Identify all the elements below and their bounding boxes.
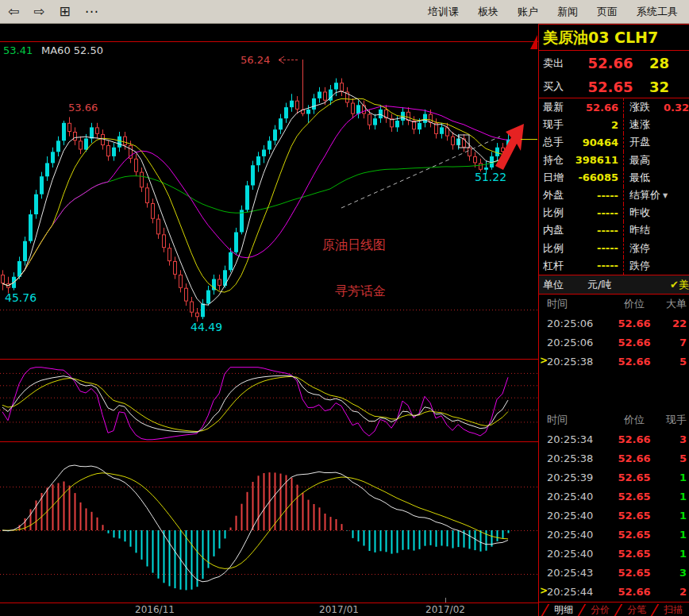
trade-volume: 7 [658, 337, 689, 348]
ask-row: 卖出 52.66 28 [539, 51, 689, 75]
trade-price: 52.66 [610, 356, 658, 368]
forward-icon[interactable]: ⇨ [33, 5, 44, 18]
quote-left-row: 日增-66085 [539, 169, 623, 187]
menu-item-4[interactable]: 页面 [597, 5, 618, 19]
tab-divider [541, 604, 550, 616]
quote-left-row: 内盘----- [539, 221, 623, 239]
trade-volume: 3 [658, 433, 689, 445]
quote-right-row: 开盘 [623, 133, 689, 151]
current-row-marker: > [540, 355, 548, 366]
panel-tabs: 明细分价分笔扫描 [539, 602, 689, 616]
trade-volume: 5 [658, 452, 689, 464]
chart-annotation: 44.49 [191, 321, 222, 333]
quote-label: 跌停 [624, 259, 650, 273]
column-header: 价位 [610, 297, 658, 311]
tab-divider [651, 604, 660, 616]
ma-lines-group [2, 91, 508, 305]
quote-left-row: 现手2 [539, 116, 623, 133]
check-icon[interactable]: ✔ [670, 279, 679, 291]
toolbar-icons: ⇦ ⇨ ⊞ ⋯ [0, 5, 98, 18]
quote-label: 持仓 [539, 153, 564, 167]
current-row-marker: > [540, 585, 548, 596]
quote-right-row: 最低 [623, 169, 689, 187]
quote-value: -66085 [578, 171, 623, 183]
quote-left-row: 比例----- [539, 240, 623, 257]
chevron-down-icon[interactable]: ▼ [663, 192, 668, 199]
trade-price: 52.65 [610, 491, 658, 502]
table-row: 20:25:3452.663 [539, 429, 689, 449]
quote-label: 速涨 [624, 117, 650, 132]
table-header: 时间价位大单 [539, 295, 689, 314]
table-row: 20:25:0652.6622 [539, 314, 689, 333]
back-icon[interactable]: ⇦ [8, 5, 19, 18]
menu-item-2[interactable]: 账户 [518, 5, 538, 19]
trade-volume: 1 [658, 510, 689, 522]
quote-right-row: 跌停 [623, 257, 689, 275]
chart-annotation: 56.24 [241, 54, 270, 66]
menu-item-1[interactable]: 板块 [478, 5, 498, 19]
tab-1[interactable]: 分价 [588, 603, 612, 616]
quote-value: ----- [597, 242, 623, 254]
table-header: 时间价位现手 [539, 410, 689, 429]
quote-left-row: 总手90464 [539, 133, 623, 151]
tab-0[interactable]: 明细 [552, 603, 575, 616]
chart-annotation: MA60 52.50 [41, 44, 103, 56]
table-row: 20:25:4052.651 [539, 525, 689, 544]
table-row: 20:25:0652.667 [539, 333, 689, 352]
quote-label: 内盘 [539, 223, 564, 237]
quote-left-row: 最新52.66 [539, 98, 623, 116]
chart-annotation: 45.76 [5, 291, 37, 304]
bid-price: 52.65 [572, 79, 649, 95]
quote-value: ----- [597, 190, 623, 202]
trade-time: 20:25:38 [539, 356, 610, 368]
trade-time: 20:25:39 [539, 472, 610, 483]
menu-item-3[interactable]: 新闻 [557, 5, 578, 19]
trade-time: 20:25:40 [539, 491, 610, 502]
tick-table: 时间价位现手20:25:3452.66320:25:3852.66520:25:… [539, 410, 689, 601]
trade-time: 20:25:40 [539, 548, 610, 560]
trade-time: 20:25:43 [539, 567, 610, 579]
trade-time: 20:25:40 [539, 510, 610, 522]
quote-label: 比例 [539, 241, 564, 256]
trade-volume: 3 [658, 567, 689, 579]
bid-label: 买入 [539, 79, 572, 94]
quote-grid: 最新52.66涨跌0.32现手2速涨总手90464开盘持仓398611最高日增-… [539, 98, 689, 275]
tab-3[interactable]: 扫描 [661, 603, 685, 616]
quote-left-row: 比例----- [539, 204, 623, 221]
menu-item-0[interactable]: 培训课 [428, 5, 459, 19]
quote-value: 398611 [575, 154, 623, 166]
trade-price: 52.65 [610, 472, 658, 483]
table-row: 20:25:4052.651 [539, 506, 689, 525]
quote-label: 涨跌 [624, 100, 650, 114]
quote-panel: 美原油03 CLH7 卖出 52.66 28 买入 52.65 32 最新52.… [538, 24, 689, 616]
trade-volume: 1 [658, 548, 689, 560]
chart-annotation: 53.66 [68, 102, 98, 114]
layout-grid-icon[interactable]: ⊞ [60, 5, 71, 18]
tab-2[interactable]: 分笔 [625, 603, 649, 616]
column-header: 时间 [539, 297, 610, 311]
ask-qty: 28 [649, 55, 689, 71]
trade-price: 52.66 [610, 452, 658, 464]
chart-annotation: 原油日线图 [322, 237, 386, 252]
trade-time: 20:25:06 [539, 318, 610, 329]
column-header: 现手 [658, 413, 689, 427]
quote-label: 涨停 [624, 241, 650, 256]
trade-time: 20:25:34 [539, 433, 610, 445]
quote-label: 现手 [539, 117, 564, 132]
column-header: 大单 [658, 297, 689, 311]
quote-value: 0.32 [664, 102, 689, 114]
trade-volume: 1 [658, 472, 689, 483]
trade-volume: 1 [658, 529, 689, 541]
menu-item-5[interactable]: 系统工具 [637, 5, 678, 19]
quote-right-row: 涨跌0.32 [623, 98, 689, 116]
chart-annotation: 53.41 [3, 44, 33, 56]
trade-price: 52.65 [610, 510, 658, 522]
trade-price: 52.66 [610, 337, 658, 348]
quote-label: 总手 [539, 135, 564, 149]
x-axis-label: 2017/01 [319, 604, 359, 615]
column-header: 价位 [610, 413, 658, 427]
quote-value: ----- [597, 260, 623, 271]
quote-right-row: 昨收 [623, 204, 689, 221]
trade-volume: 1 [658, 491, 689, 502]
more-icon[interactable]: ⋯ [85, 5, 98, 18]
